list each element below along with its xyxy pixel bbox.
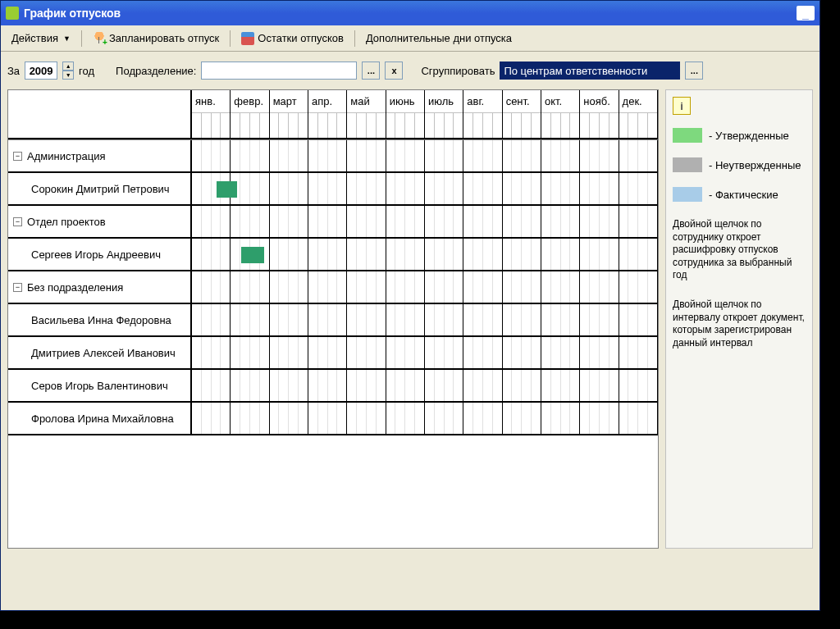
group-select[interactable]: По центрам ответственности [500,62,680,80]
employee-row[interactable]: Дмитриев Алексей Иванович [8,337,658,370]
extra-days-button[interactable]: Дополнительные дни отпуска [358,29,519,48]
swatch-green [673,128,702,143]
row-timeline[interactable] [192,239,658,270]
month-header-cell: апр. [308,90,347,139]
month-header-cell: сент. [503,90,541,139]
month-header-cell: июнь [386,90,425,139]
employee-row[interactable]: Серов Игорь Валентинович [8,370,658,403]
collapse-icon[interactable]: − [13,283,22,292]
department-label: Подразделение: [116,65,196,77]
row-timeline[interactable] [192,370,658,401]
info-icon[interactable]: i [673,97,691,115]
month-label: апр. [308,90,346,113]
row-timeline[interactable] [192,304,658,335]
row-timeline[interactable] [192,337,658,368]
row-name-cell[interactable]: −Администрация [8,140,192,171]
row-name-text: Фролова Ирина Михайловна [31,412,174,425]
employee-row[interactable]: Васильева Инна Федоровна [8,304,658,337]
swatch-blue [673,187,702,202]
group-row[interactable]: −Отдел проектов [8,206,658,239]
group-picker-button[interactable]: ... [685,62,703,80]
row-name-cell[interactable]: Фролова Ирина Михайловна [8,403,192,434]
month-header-cell: нояб. [580,90,619,139]
collapse-icon[interactable]: − [13,217,22,226]
months-header: янв.февр.мартапр.майиюньиюльавг.сент.окт… [192,90,658,139]
vacation-remains-button[interactable]: Остатки отпусков [234,29,351,48]
hint-interval: Двойной щелчок по интервалу откроет доку… [673,299,806,349]
year-up-button[interactable]: ▲ [62,62,74,71]
vacation-bar[interactable] [217,181,238,198]
chevron-down-icon: ▼ [63,34,71,43]
year-spinner: ▲ ▼ [62,62,74,80]
toolbar: Действия ▼ Запланировать отпуск Остатки … [1,25,819,52]
grid-body: −АдминистрацияСорокин Дмитрий Петрович−О… [8,140,658,435]
row-name-cell[interactable]: −Отдел проектов [8,206,192,237]
row-name-text: Васильева Инна Федоровна [31,314,171,326]
legend-panel: i - Утвержденные - Неутвержденные - Факт… [665,89,813,549]
group-row[interactable]: −Администрация [8,140,658,173]
content-area: янв.февр.мартапр.майиюньиюльавг.сент.окт… [1,89,819,555]
row-name-cell[interactable]: −Без подразделения [8,271,192,303]
app-window: График отпусков _ Действия ▼ Запланирова… [0,0,820,611]
month-header-cell: февр. [231,90,269,139]
year-down-button[interactable]: ▼ [62,71,74,80]
month-label: нояб. [580,90,618,113]
month-label: дек. [619,90,657,113]
employee-row[interactable]: Сорокин Дмитрий Петрович [8,173,658,206]
group-row[interactable]: −Без подразделения [8,271,658,304]
year-suffix-label: год [79,65,94,77]
month-label: авг. [463,90,501,113]
group-label: Сгруппировать [421,65,495,77]
department-clear-button[interactable]: x [385,62,403,80]
row-timeline[interactable] [192,173,658,204]
row-name-text: Сергеев Игорь Андреевич [31,248,161,261]
plan-vacation-button[interactable]: Запланировать отпуск [85,29,226,48]
month-header-cell: март [270,90,308,139]
row-timeline[interactable] [192,271,658,303]
month-label: февр. [231,90,268,113]
collapse-icon[interactable]: − [13,152,22,161]
month-header-cell: июль [425,90,463,139]
actions-menu[interactable]: Действия ▼ [4,29,78,48]
filter-bar: За ▲ ▼ год Подразделение: ... x Сгруппир… [1,52,819,89]
umbrella-plus-icon [93,32,106,45]
legend-approved: - Утвержденные [673,128,806,143]
year-input[interactable] [25,62,57,80]
swatch-gray [673,157,702,172]
window-title: График отпусков [24,7,121,20]
row-name-text: Серов Игорь Валентинович [31,380,168,392]
employee-row[interactable]: Фролова Ирина Михайловна [8,403,658,435]
month-label: июнь [386,90,424,113]
row-name-text: Без подразделения [27,281,123,294]
vacation-bar[interactable] [241,247,264,263]
row-name-text: Администрация [27,150,106,162]
month-label: июль [425,90,463,113]
department-input[interactable] [201,62,357,80]
legend-unapproved: - Неутвержденные [673,157,806,172]
titlebar[interactable]: График отпусков _ [1,1,819,25]
schedule-grid: янв.февр.мартапр.майиюньиюльавг.сент.окт… [7,89,659,549]
month-header-cell: май [347,90,386,139]
row-timeline[interactable] [192,403,658,434]
person-icon [241,32,254,45]
month-label: май [347,90,385,113]
row-name-text: Отдел проектов [27,216,106,228]
row-name-cell[interactable]: Дмитриев Алексей Иванович [8,337,192,368]
row-timeline[interactable] [192,140,658,171]
month-header-cell: дек. [619,90,658,139]
row-timeline[interactable] [192,206,658,237]
app-icon [6,7,19,20]
month-label: сент. [503,90,541,113]
month-header-cell: окт. [541,90,580,139]
month-header-cell: янв. [192,90,231,139]
employee-row[interactable]: Сергеев Игорь Андреевич [8,239,658,271]
row-name-cell[interactable]: Серов Игорь Валентинович [8,370,192,401]
minimize-button[interactable]: _ [797,6,815,21]
row-name-cell[interactable]: Васильева Инна Федоровна [8,304,192,335]
row-name-cell[interactable]: Сорокин Дмитрий Петрович [8,173,192,204]
department-picker-button[interactable]: ... [362,62,380,80]
month-header-cell: авг. [463,90,502,139]
row-name-cell[interactable]: Сергеев Игорь Андреевич [8,239,192,270]
row-name-text: Дмитриев Алексей Иванович [31,347,176,359]
legend-actual: - Фактические [673,187,806,202]
